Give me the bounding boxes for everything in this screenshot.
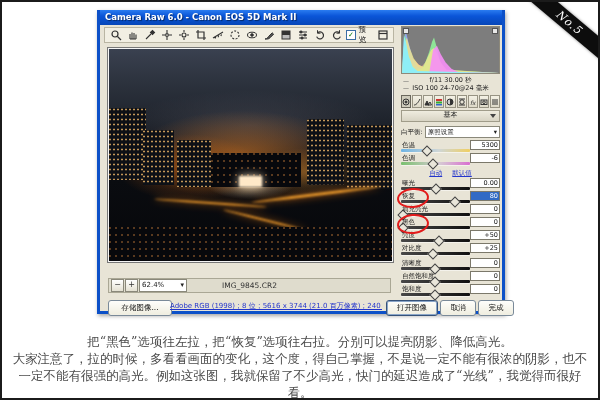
color-sampler-tool-icon[interactable] — [159, 28, 174, 43]
white-balance-label: 白平衡: — [401, 128, 423, 137]
red-eye-tool-icon[interactable] — [244, 28, 259, 43]
caption-line: 一定不能有很强的高光。例如这张图，我就保留了不少高光，快门的延迟造成了“光线”，… — [8, 368, 592, 385]
fullscreen-toggle-icon[interactable] — [375, 28, 390, 43]
slider-label: 黑色 — [402, 218, 415, 227]
highlight-clipping-indicator[interactable] — [492, 28, 498, 34]
preview-checkbox[interactable]: ✓ — [346, 30, 355, 40]
tab-camera-calibration[interactable] — [479, 95, 489, 108]
panel-tabs: fx — [401, 95, 500, 108]
tab-tone-curve[interactable] — [412, 95, 422, 108]
clarity-value-field[interactable] — [470, 258, 500, 268]
rotate-right-icon[interactable] — [329, 28, 344, 43]
brightness-value-field[interactable] — [470, 230, 500, 240]
zoom-out-button[interactable]: − — [111, 279, 124, 292]
exposure-value-field[interactable] — [470, 178, 500, 188]
exif-line2: ISO 100 24-70@24 毫米 — [401, 84, 500, 92]
white-balance-value: 原照设置 — [428, 127, 454, 137]
targeted-adjustment-tool-icon[interactable] — [176, 28, 191, 43]
caption-line: 大家注意了，拉的时候，多看看画面的变化，这个度，得自己掌握，不是说一定不能有很浓… — [8, 351, 592, 368]
slider-label: 饱和度 — [402, 285, 422, 294]
saturation-value-field[interactable] — [470, 284, 500, 294]
tint-value-field[interactable] — [470, 153, 500, 163]
zoom-level-value: 62.4% — [142, 280, 164, 291]
slider-label: 清晰度 — [402, 259, 422, 268]
recovery-value-field[interactable] — [470, 191, 500, 201]
exif-line1: f/11 30.00 秒 — [401, 76, 500, 84]
slider-label: 恢复 — [402, 192, 415, 201]
temperature-value-field[interactable] — [470, 140, 500, 150]
tool-bar: ✓ 预览 — [104, 27, 394, 43]
panel-header-label: 基本 — [444, 111, 458, 119]
building-silhouette — [143, 130, 174, 185]
building-silhouette — [109, 108, 146, 180]
graduated-filter-tool-icon[interactable] — [278, 28, 293, 43]
slider-thumb[interactable] — [428, 158, 439, 169]
vibrance-value-field[interactable] — [470, 271, 500, 281]
sliders-group: 色温 色调 自动 默认值 曝光 — [401, 141, 500, 298]
bright-billboard — [239, 176, 262, 187]
adjustment-panel: —— f/11 30.00 秒 ISO 100 24-70@24 毫米 fx — [401, 26, 500, 309]
preferences-icon[interactable] — [295, 28, 310, 43]
slider-label: 自然饱和度 — [402, 272, 435, 281]
foreground-rooftops — [109, 227, 392, 261]
hand-tool-icon[interactable] — [125, 28, 140, 43]
zoom-tool-icon[interactable] — [108, 28, 123, 43]
svg-text:fx: fx — [470, 98, 477, 105]
building-silhouette — [307, 119, 344, 185]
zoom-strip: − + 62.4% ▾ IMG_9845.CR2 — [108, 278, 391, 293]
slider-label: 填充亮光 — [402, 205, 428, 214]
zoom-level-select[interactable]: 62.4% ▾ — [139, 279, 187, 292]
slider-row-tint: 色调 — [401, 154, 500, 167]
title-bar[interactable]: Camera Raw 6.0 - Canon EOS 5D Mark II — [100, 10, 502, 25]
zoom-in-button[interactable]: + — [125, 279, 138, 292]
auto-default-links: 自动 默认值 — [401, 169, 500, 178]
tutorial-caption: 把“黑色”选项往左拉，把“恢复”选项往右拉。分别可以提亮阴影、降低高光。 大家注… — [8, 334, 592, 400]
slider-label: 曝光 — [402, 179, 415, 188]
tab-effects[interactable]: fx — [468, 95, 478, 108]
shadow-clipping-indicator[interactable] — [403, 28, 409, 34]
crop-tool-icon[interactable] — [193, 28, 208, 43]
image-preview-canvas[interactable] — [108, 48, 393, 262]
slider-label: 色调 — [402, 154, 415, 163]
slider-label: 对比度 — [402, 244, 422, 253]
chevron-down-icon: ▾ — [494, 127, 497, 137]
white-balance-tool-icon[interactable] — [142, 28, 157, 43]
white-balance-row: 白平衡: 原照设置 ▾ — [401, 126, 500, 138]
blacks-value-field[interactable] — [470, 217, 500, 227]
tab-presets[interactable] — [490, 95, 500, 108]
exif-marks: —— — [403, 77, 409, 91]
white-balance-select[interactable]: 原照设置 ▾ — [425, 126, 500, 138]
tab-lens-corrections[interactable] — [457, 95, 467, 108]
straighten-tool-icon[interactable] — [210, 28, 225, 43]
save-image-button[interactable]: 存储图像... — [108, 300, 172, 316]
screenshot-page: No.5 Camera Raw 6.0 - Canon EOS 5D Mark … — [0, 0, 600, 400]
adjustment-brush-tool-icon[interactable] — [261, 28, 276, 43]
tab-hsl-grayscale[interactable] — [434, 95, 444, 108]
slider-label: 亮度 — [402, 231, 415, 240]
caption-line: 把“黑色”选项往左拉，把“恢复”选项往右拉。分别可以提亮阴影、降低高光。 — [8, 334, 592, 351]
spot-removal-tool-icon[interactable] — [227, 28, 242, 43]
slider-thumb[interactable] — [429, 289, 440, 300]
building-silhouette — [347, 125, 392, 189]
slider-thumb[interactable] — [427, 248, 438, 259]
dialog-content: ✓ 预览 − — [100, 25, 502, 311]
workflow-options-link[interactable]: Adobe RGB (1998)；8 位；5616 x 3744 (21.0 百… — [170, 301, 382, 311]
chevron-down-icon: ▾ — [180, 280, 184, 291]
slider-label: 色温 — [402, 141, 415, 150]
building-silhouette — [177, 140, 211, 187]
preview-label: 预览 — [359, 25, 373, 45]
histogram — [401, 26, 500, 74]
default-link[interactable]: 默认值 — [452, 169, 472, 177]
caption-line: 看。 — [8, 385, 592, 400]
panel-collapse-icon[interactable] — [490, 114, 496, 118]
tab-split-toning[interactable] — [445, 95, 455, 108]
camera-raw-dialog: Camera Raw 6.0 - Canon EOS 5D Mark II — [97, 10, 505, 314]
contrast-value-field[interactable] — [470, 243, 500, 253]
tab-basic[interactable] — [401, 95, 411, 108]
rotate-left-icon[interactable] — [312, 28, 327, 43]
tab-detail[interactable] — [423, 95, 433, 108]
auto-link[interactable]: 自动 — [429, 169, 442, 177]
fill-light-value-field[interactable] — [470, 204, 500, 214]
exif-info: —— f/11 30.00 秒 ISO 100 24-70@24 毫米 — [401, 76, 500, 92]
ribbon-label: No.5 — [553, 8, 585, 38]
